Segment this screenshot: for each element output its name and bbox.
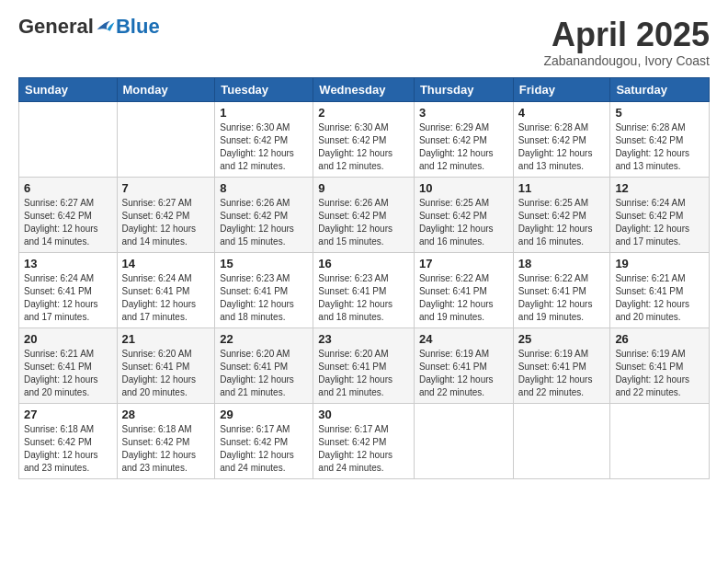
day-info: Sunrise: 6:22 AMSunset: 6:41 PMDaylight:…	[419, 272, 508, 324]
day-info: Sunrise: 6:17 AMSunset: 6:42 PMDaylight:…	[220, 423, 308, 475]
table-row: 25Sunrise: 6:19 AMSunset: 6:41 PMDayligh…	[513, 327, 610, 403]
day-info: Sunrise: 6:24 AMSunset: 6:41 PMDaylight:…	[122, 272, 210, 324]
day-number: 16	[318, 257, 409, 270]
day-info: Sunrise: 6:19 AMSunset: 6:41 PMDaylight:…	[615, 348, 704, 399]
calendar-header-row: Sunday Monday Tuesday Wednesday Thursday…	[19, 77, 710, 101]
day-number: 18	[518, 257, 606, 270]
table-row: 8Sunrise: 6:26 AMSunset: 6:42 PMDaylight…	[215, 177, 313, 252]
calendar-table: Sunday Monday Tuesday Wednesday Thursday…	[18, 77, 710, 479]
table-row: 5Sunrise: 6:28 AMSunset: 6:42 PMDaylight…	[610, 101, 710, 177]
table-row: 19Sunrise: 6:21 AMSunset: 6:41 PMDayligh…	[610, 252, 710, 327]
day-number: 30	[318, 408, 409, 421]
day-number: 14	[122, 257, 210, 270]
table-row: 30Sunrise: 6:17 AMSunset: 6:42 PMDayligh…	[313, 403, 415, 478]
day-info: Sunrise: 6:19 AMSunset: 6:41 PMDaylight:…	[419, 348, 508, 399]
day-number: 28	[122, 408, 210, 421]
day-info: Sunrise: 6:23 AMSunset: 6:41 PMDaylight:…	[318, 272, 409, 324]
calendar-week-row: 1Sunrise: 6:30 AMSunset: 6:42 PMDaylight…	[19, 101, 710, 177]
day-info: Sunrise: 6:26 AMSunset: 6:42 PMDaylight:…	[220, 197, 308, 248]
table-row: 12Sunrise: 6:24 AMSunset: 6:42 PMDayligh…	[610, 177, 710, 252]
table-row	[414, 403, 513, 478]
day-info: Sunrise: 6:17 AMSunset: 6:42 PMDaylight:…	[318, 423, 409, 475]
col-friday: Friday	[513, 77, 610, 101]
day-info: Sunrise: 6:28 AMSunset: 6:42 PMDaylight:…	[615, 121, 704, 173]
day-number: 5	[615, 106, 704, 120]
day-info: Sunrise: 6:19 AMSunset: 6:41 PMDaylight:…	[518, 348, 606, 399]
table-row: 10Sunrise: 6:25 AMSunset: 6:42 PMDayligh…	[414, 177, 513, 252]
table-row: 11Sunrise: 6:25 AMSunset: 6:42 PMDayligh…	[513, 177, 610, 252]
day-number: 6	[24, 181, 112, 195]
logo-bird-icon	[96, 18, 116, 35]
day-number: 3	[419, 106, 508, 120]
table-row: 4Sunrise: 6:28 AMSunset: 6:42 PMDaylight…	[513, 101, 610, 177]
table-row: 2Sunrise: 6:30 AMSunset: 6:42 PMDaylight…	[313, 101, 415, 177]
day-number: 8	[220, 181, 308, 195]
table-row: 7Sunrise: 6:27 AMSunset: 6:42 PMDaylight…	[117, 177, 215, 252]
page: General Blue April 2025 Zabanandougou, I…	[0, 0, 728, 563]
day-number: 1	[220, 106, 308, 120]
day-info: Sunrise: 6:24 AMSunset: 6:42 PMDaylight:…	[615, 197, 704, 248]
day-info: Sunrise: 6:29 AMSunset: 6:42 PMDaylight:…	[419, 121, 508, 173]
day-number: 24	[419, 332, 508, 346]
title-block: April 2025 Zabanandougou, Ivory Coast	[543, 17, 710, 68]
col-wednesday: Wednesday	[313, 77, 415, 101]
day-number: 27	[24, 408, 112, 421]
day-number: 13	[24, 257, 112, 270]
day-number: 7	[122, 181, 210, 195]
col-saturday: Saturday	[610, 77, 710, 101]
day-info: Sunrise: 6:21 AMSunset: 6:41 PMDaylight:…	[615, 272, 704, 324]
logo-blue-text: Blue	[116, 17, 160, 37]
day-info: Sunrise: 6:25 AMSunset: 6:42 PMDaylight:…	[518, 197, 606, 248]
day-info: Sunrise: 6:28 AMSunset: 6:42 PMDaylight:…	[518, 121, 606, 173]
header: General Blue April 2025 Zabanandougou, I…	[18, 17, 710, 68]
table-row: 9Sunrise: 6:26 AMSunset: 6:42 PMDaylight…	[313, 177, 415, 252]
table-row: 15Sunrise: 6:23 AMSunset: 6:41 PMDayligh…	[215, 252, 313, 327]
table-row: 23Sunrise: 6:20 AMSunset: 6:41 PMDayligh…	[313, 327, 415, 403]
day-number: 21	[122, 332, 210, 346]
day-number: 23	[318, 332, 409, 346]
table-row: 20Sunrise: 6:21 AMSunset: 6:41 PMDayligh…	[19, 327, 118, 403]
table-row: 21Sunrise: 6:20 AMSunset: 6:41 PMDayligh…	[117, 327, 215, 403]
day-number: 29	[220, 408, 308, 421]
day-info: Sunrise: 6:20 AMSunset: 6:41 PMDaylight:…	[122, 348, 210, 399]
day-number: 9	[318, 181, 409, 195]
day-info: Sunrise: 6:23 AMSunset: 6:41 PMDaylight:…	[220, 272, 308, 324]
table-row: 28Sunrise: 6:18 AMSunset: 6:42 PMDayligh…	[117, 403, 215, 478]
day-number: 12	[615, 181, 704, 195]
logo: General Blue	[18, 17, 160, 37]
table-row: 16Sunrise: 6:23 AMSunset: 6:41 PMDayligh…	[313, 252, 415, 327]
day-number: 19	[615, 257, 704, 270]
table-row: 27Sunrise: 6:18 AMSunset: 6:42 PMDayligh…	[19, 403, 118, 478]
calendar-week-row: 6Sunrise: 6:27 AMSunset: 6:42 PMDaylight…	[19, 177, 710, 252]
table-row: 1Sunrise: 6:30 AMSunset: 6:42 PMDaylight…	[215, 101, 313, 177]
day-number: 2	[318, 106, 409, 120]
day-info: Sunrise: 6:30 AMSunset: 6:42 PMDaylight:…	[318, 121, 409, 173]
calendar-week-row: 27Sunrise: 6:18 AMSunset: 6:42 PMDayligh…	[19, 403, 710, 478]
table-row: 6Sunrise: 6:27 AMSunset: 6:42 PMDaylight…	[19, 177, 118, 252]
col-sunday: Sunday	[19, 77, 118, 101]
calendar-week-row: 13Sunrise: 6:24 AMSunset: 6:41 PMDayligh…	[19, 252, 710, 327]
day-number: 4	[518, 106, 606, 120]
day-number: 22	[220, 332, 308, 346]
month-title: April 2025	[543, 17, 710, 53]
table-row	[19, 101, 118, 177]
table-row	[610, 403, 710, 478]
day-number: 17	[419, 257, 508, 270]
table-row: 18Sunrise: 6:22 AMSunset: 6:41 PMDayligh…	[513, 252, 610, 327]
table-row: 14Sunrise: 6:24 AMSunset: 6:41 PMDayligh…	[117, 252, 215, 327]
col-tuesday: Tuesday	[215, 77, 313, 101]
day-info: Sunrise: 6:22 AMSunset: 6:41 PMDaylight:…	[518, 272, 606, 324]
day-info: Sunrise: 6:27 AMSunset: 6:42 PMDaylight:…	[24, 197, 112, 248]
day-info: Sunrise: 6:18 AMSunset: 6:42 PMDaylight:…	[24, 423, 112, 475]
day-info: Sunrise: 6:18 AMSunset: 6:42 PMDaylight:…	[122, 423, 210, 475]
day-info: Sunrise: 6:20 AMSunset: 6:41 PMDaylight:…	[318, 348, 409, 399]
day-info: Sunrise: 6:21 AMSunset: 6:41 PMDaylight:…	[24, 348, 112, 399]
location-subtitle: Zabanandougou, Ivory Coast	[543, 53, 710, 68]
table-row: 13Sunrise: 6:24 AMSunset: 6:41 PMDayligh…	[19, 252, 118, 327]
day-info: Sunrise: 6:26 AMSunset: 6:42 PMDaylight:…	[318, 197, 409, 248]
table-row: 22Sunrise: 6:20 AMSunset: 6:41 PMDayligh…	[215, 327, 313, 403]
table-row: 24Sunrise: 6:19 AMSunset: 6:41 PMDayligh…	[414, 327, 513, 403]
day-info: Sunrise: 6:27 AMSunset: 6:42 PMDaylight:…	[122, 197, 210, 248]
table-row	[117, 101, 215, 177]
day-number: 10	[419, 181, 508, 195]
